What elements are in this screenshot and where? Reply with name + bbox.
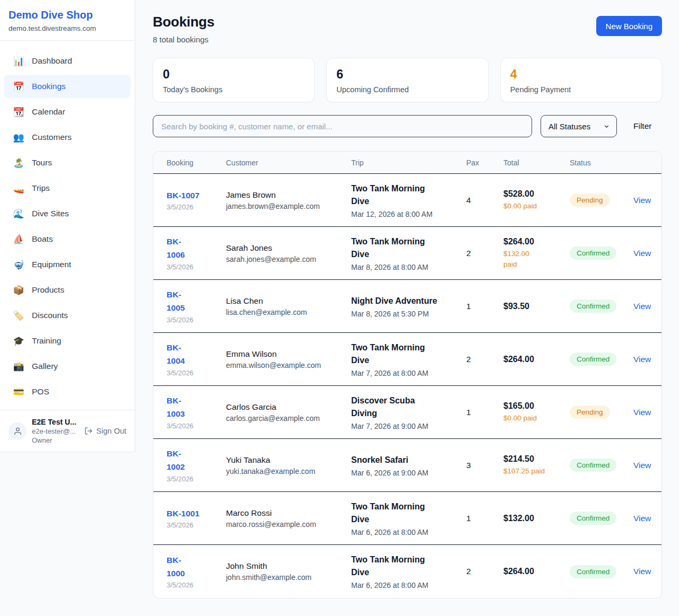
view-link[interactable]: View [633,408,651,417]
booking-date: 3/5/2026 [167,581,226,589]
sign-out-button[interactable]: Sign Out [84,427,126,435]
sidebar-item-discounts[interactable]: 🏷️ Discounts [4,304,130,327]
trip-name: Snorkel Safari [351,454,466,467]
discounts-icon: 🏷️ [13,310,24,321]
sidebar-item-dashboard[interactable]: 📊 Dashboard [4,49,130,73]
trip-datetime: Mar 6, 2026 at 8:00 AM [351,581,466,589]
view-link[interactable]: View [633,567,651,576]
bookings-icon: 📅 [13,81,24,92]
customer-cell: John Smith john.smith@example.com [226,561,351,582]
total-cell: $132.00 [503,514,570,523]
sidebar-item-bookings[interactable]: 📅 Bookings [4,75,130,98]
booking-id-link[interactable]: BK- 1006 [167,235,226,262]
view-link[interactable]: View [633,514,651,523]
filter-button[interactable]: Filter [633,121,651,131]
view-link[interactable]: View [633,461,651,470]
avatar [8,422,27,440]
trip-name: Night Dive Adventure [351,295,466,307]
table-row: BK-1007 3/5/2026 James Brown james.brown… [153,174,661,227]
search-input[interactable] [153,115,532,137]
trip-name: Two Tank Morning Dive [351,341,466,367]
sidebar-item-gallery[interactable]: 📸 Gallery [4,355,130,378]
sidebar-item-dive-sites[interactable]: 🌊 Dive Sites [4,202,130,225]
booking-cell: BK- 1006 3/5/2026 [167,235,226,271]
sidebar: Demo Dive Shop demo.test.divestreams.com… [0,0,135,452]
booking-id-link[interactable]: BK- 1000 [167,554,226,580]
boats-icon: ⛵ [13,234,24,245]
trip-cell: Two Tank Morning Dive Mar 8, 2026 at 8:0… [351,235,466,271]
customer-name: Yuki Tanaka [226,455,351,465]
trip-datetime: Mar 8, 2026 at 8:00 AM [351,263,466,271]
status-badge: Pending [570,193,610,207]
view-link[interactable]: View [633,355,651,364]
total-amount: $264.00 [503,237,570,247]
sidebar-item-label: Products [32,285,64,295]
customer-cell: Emma Wilson emma.wilson@example.com [226,349,351,369]
trip-name: Discover Scuba Diving [351,394,466,420]
table-header: BookingCustomerTripPaxTotalStatus [153,152,661,174]
stat-value: 0 [163,67,304,82]
sidebar-item-boats[interactable]: ⛵ Boats [4,227,130,251]
pax-count: 1 [466,302,503,311]
stat-card: 6 Upcoming Confirmed [326,58,488,102]
booking-id-link[interactable]: BK- 1003 [167,394,226,421]
booking-cell: BK- 1004 3/5/2026 [167,341,226,377]
view-link[interactable]: View [633,249,651,258]
stat-value: 4 [510,67,652,82]
customer-email: emma.wilson@example.com [226,361,351,369]
training-icon: 🎓 [13,336,24,347]
status-filter-select[interactable]: All Statuses [541,115,617,137]
sidebar-item-label: Equipment [32,260,71,269]
sidebar-item-calendar[interactable]: 📆 Calendar [4,100,130,124]
status-badge: Confirmed [570,459,616,472]
booking-id-link[interactable]: BK-1007 [167,189,226,203]
user-meta: E2E Test U... e2e-tester@... Owner [32,418,76,444]
dashboard-icon: 📊 [13,56,24,67]
customer-email: marco.rossi@example.com [226,520,351,529]
sidebar-item-label: Training [32,336,61,346]
view-link[interactable]: View [633,196,651,205]
sidebar-item-products[interactable]: 📦 Products [4,278,130,302]
column-header-customer: Customer [226,159,351,167]
sidebar-item-training[interactable]: 🎓 Training [4,329,130,353]
booking-id-link[interactable]: BK-1001 [167,507,226,521]
user-icon [13,427,22,436]
table-row: BK- 1005 3/5/2026 Lisa Chen lisa.chen@ex… [153,280,661,333]
trip-name: Two Tank Morning Dive [351,235,466,261]
total-cell: $264.00 $132.00 paid [503,237,570,269]
status-filter-value: All Statuses [549,122,590,131]
logout-icon [84,427,93,435]
booking-id-link[interactable]: BK- 1004 [167,341,226,368]
customer-cell: Lisa Chen lisa.chen@example.com [226,296,351,316]
status-cell: Pending [570,406,633,419]
new-booking-button[interactable]: New Booking [596,16,662,36]
pax-count: 1 [466,408,503,417]
sidebar-item-trips[interactable]: 🚤 Trips [4,177,130,200]
view-link[interactable]: View [633,302,651,311]
stat-label: Pending Payment [510,85,652,94]
customer-email: john.smith@example.com [226,573,351,582]
trip-cell: Two Tank Morning Dive Mar 6, 2026 at 8:0… [351,553,466,589]
sidebar-item-tours[interactable]: 🏝️ Tours [4,151,130,174]
trip-cell: Discover Scuba Diving Mar 7, 2026 at 9:0… [351,394,466,430]
main-content: Bookings 8 total bookings New Booking 0 … [135,0,679,614]
customer-email: lisa.chen@example.com [226,308,351,316]
sidebar-item-pos[interactable]: 💳 POS [4,380,130,403]
booking-id-link[interactable]: BK- 1002 [167,447,226,474]
total-cell: $528.00 $0.00 paid [503,189,570,212]
sidebar-item-label: Gallery [32,362,58,371]
total-cell: $264.00 [503,355,570,364]
stat-card: 4 Pending Payment [500,58,662,102]
customer-cell: Sarah Jones sarah.jones@example.com [226,243,351,263]
booking-id-link[interactable]: BK- 1005 [167,288,226,315]
sidebar-item-customers[interactable]: 👥 Customers [4,126,130,149]
sidebar-item-equipment[interactable]: 🤿 Equipment [4,253,130,276]
dive-sites-icon: 🌊 [13,208,24,219]
trip-cell: Two Tank Morning Dive Mar 6, 2026 at 8:0… [351,500,466,536]
column-header-booking: Booking [167,159,226,167]
booking-cell: BK- 1000 3/5/2026 [167,554,226,589]
trip-datetime: Mar 8, 2026 at 5:30 PM [351,310,466,318]
customer-name: Lisa Chen [226,296,351,306]
table-row: BK- 1004 3/5/2026 Emma Wilson emma.wilso… [153,333,661,386]
booking-cell: BK- 1003 3/5/2026 [167,394,226,430]
